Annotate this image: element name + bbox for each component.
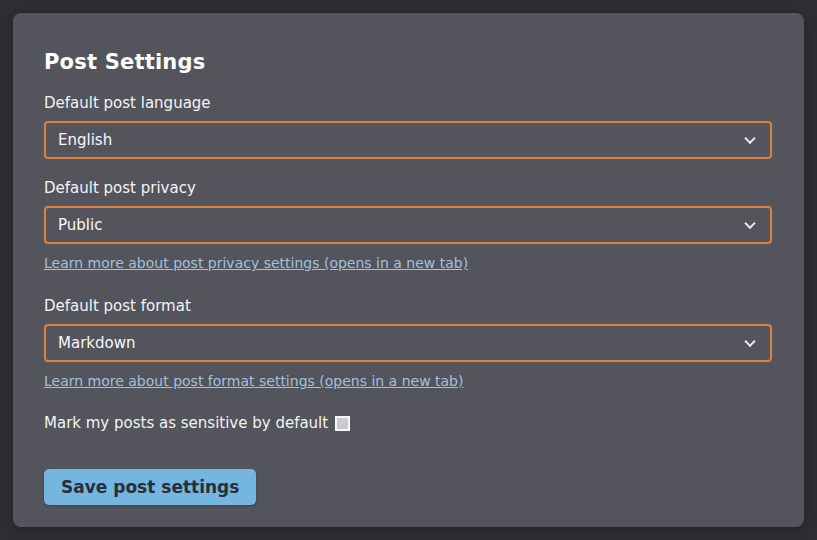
chevron-down-icon bbox=[744, 133, 755, 144]
default-post-language-select[interactable]: English bbox=[44, 121, 772, 159]
default-post-format-value: Markdown bbox=[58, 334, 135, 352]
save-post-settings-button[interactable]: Save post settings bbox=[44, 469, 256, 505]
default-post-language-label: Default post language bbox=[44, 95, 773, 112]
default-post-privacy-select[interactable]: Public bbox=[44, 206, 772, 244]
chevron-down-icon bbox=[744, 218, 755, 229]
sensitive-checkbox[interactable] bbox=[335, 416, 350, 431]
default-post-privacy-value: Public bbox=[58, 216, 102, 234]
default-post-language-value: English bbox=[58, 131, 112, 149]
post-format-learn-more-link[interactable]: Learn more about post format settings (o… bbox=[44, 373, 463, 389]
post-privacy-learn-more-link[interactable]: Learn more about post privacy settings (… bbox=[44, 255, 468, 271]
field-default-post-privacy: Default post privacy Public Learn more a… bbox=[44, 180, 773, 272]
default-post-format-label: Default post format bbox=[44, 298, 773, 315]
page-title: Post Settings bbox=[44, 49, 773, 76]
default-post-format-select[interactable]: Markdown bbox=[44, 324, 772, 362]
sensitive-checkbox-label: Mark my posts as sensitive by default bbox=[44, 414, 328, 432]
field-default-post-format: Default post format Markdown Learn more … bbox=[44, 298, 773, 390]
chevron-down-icon bbox=[744, 336, 755, 347]
page-background: Post Settings Default post language Engl… bbox=[0, 0, 817, 540]
sensitive-by-default-row: Mark my posts as sensitive by default bbox=[44, 414, 773, 432]
post-settings-panel: Post Settings Default post language Engl… bbox=[13, 13, 804, 527]
field-default-post-language: Default post language English bbox=[44, 95, 773, 159]
default-post-privacy-label: Default post privacy bbox=[44, 180, 773, 197]
